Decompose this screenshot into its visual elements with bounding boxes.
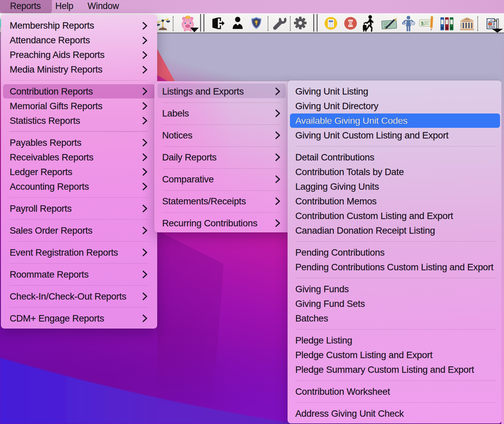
svg-text:$: $ (421, 21, 424, 26)
svg-text:$: $ (403, 22, 404, 25)
